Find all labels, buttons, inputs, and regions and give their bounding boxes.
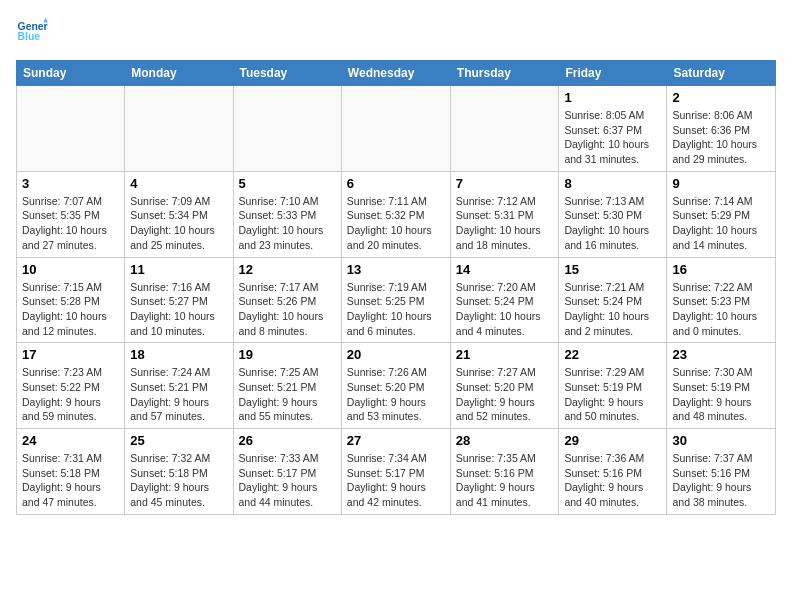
day-number: 27 [347, 433, 445, 448]
day-info: Sunrise: 7:15 AMSunset: 5:28 PMDaylight:… [22, 280, 119, 339]
day-info: Sunrise: 7:26 AMSunset: 5:20 PMDaylight:… [347, 365, 445, 424]
day-number: 28 [456, 433, 554, 448]
day-number: 3 [22, 176, 119, 191]
day-info: Sunrise: 7:30 AMSunset: 5:19 PMDaylight:… [672, 365, 770, 424]
calendar-cell: 1Sunrise: 8:05 AMSunset: 6:37 PMDaylight… [559, 86, 667, 172]
day-info: Sunrise: 7:24 AMSunset: 5:21 PMDaylight:… [130, 365, 227, 424]
day-number: 24 [22, 433, 119, 448]
weekday-header-wednesday: Wednesday [341, 61, 450, 86]
calendar-cell: 25Sunrise: 7:32 AMSunset: 5:18 PMDayligh… [125, 429, 233, 515]
calendar-cell: 21Sunrise: 7:27 AMSunset: 5:20 PMDayligh… [450, 343, 559, 429]
day-info: Sunrise: 7:35 AMSunset: 5:16 PMDaylight:… [456, 451, 554, 510]
day-number: 6 [347, 176, 445, 191]
day-number: 10 [22, 262, 119, 277]
calendar-cell [341, 86, 450, 172]
logo-icon: General Blue [16, 16, 48, 48]
day-info: Sunrise: 7:14 AMSunset: 5:29 PMDaylight:… [672, 194, 770, 253]
calendar-cell: 17Sunrise: 7:23 AMSunset: 5:22 PMDayligh… [17, 343, 125, 429]
calendar-cell: 23Sunrise: 7:30 AMSunset: 5:19 PMDayligh… [667, 343, 776, 429]
day-number: 26 [239, 433, 336, 448]
day-number: 1 [564, 90, 661, 105]
day-info: Sunrise: 7:31 AMSunset: 5:18 PMDaylight:… [22, 451, 119, 510]
day-info: Sunrise: 7:36 AMSunset: 5:16 PMDaylight:… [564, 451, 661, 510]
calendar-cell: 10Sunrise: 7:15 AMSunset: 5:28 PMDayligh… [17, 257, 125, 343]
calendar-cell: 8Sunrise: 7:13 AMSunset: 5:30 PMDaylight… [559, 171, 667, 257]
calendar-cell: 12Sunrise: 7:17 AMSunset: 5:26 PMDayligh… [233, 257, 341, 343]
calendar-cell: 13Sunrise: 7:19 AMSunset: 5:25 PMDayligh… [341, 257, 450, 343]
calendar-cell: 9Sunrise: 7:14 AMSunset: 5:29 PMDaylight… [667, 171, 776, 257]
day-info: Sunrise: 7:17 AMSunset: 5:26 PMDaylight:… [239, 280, 336, 339]
day-info: Sunrise: 7:32 AMSunset: 5:18 PMDaylight:… [130, 451, 227, 510]
calendar-cell: 28Sunrise: 7:35 AMSunset: 5:16 PMDayligh… [450, 429, 559, 515]
calendar-cell: 30Sunrise: 7:37 AMSunset: 5:16 PMDayligh… [667, 429, 776, 515]
day-info: Sunrise: 7:07 AMSunset: 5:35 PMDaylight:… [22, 194, 119, 253]
day-info: Sunrise: 7:23 AMSunset: 5:22 PMDaylight:… [22, 365, 119, 424]
day-info: Sunrise: 7:19 AMSunset: 5:25 PMDaylight:… [347, 280, 445, 339]
day-info: Sunrise: 7:10 AMSunset: 5:33 PMDaylight:… [239, 194, 336, 253]
day-info: Sunrise: 7:16 AMSunset: 5:27 PMDaylight:… [130, 280, 227, 339]
day-number: 22 [564, 347, 661, 362]
weekday-header-friday: Friday [559, 61, 667, 86]
week-row-4: 17Sunrise: 7:23 AMSunset: 5:22 PMDayligh… [17, 343, 776, 429]
weekday-header-sunday: Sunday [17, 61, 125, 86]
day-info: Sunrise: 7:09 AMSunset: 5:34 PMDaylight:… [130, 194, 227, 253]
day-number: 25 [130, 433, 227, 448]
day-number: 7 [456, 176, 554, 191]
calendar-cell: 15Sunrise: 7:21 AMSunset: 5:24 PMDayligh… [559, 257, 667, 343]
day-number: 9 [672, 176, 770, 191]
day-number: 12 [239, 262, 336, 277]
calendar-cell [233, 86, 341, 172]
day-number: 5 [239, 176, 336, 191]
calendar-cell: 5Sunrise: 7:10 AMSunset: 5:33 PMDaylight… [233, 171, 341, 257]
day-number: 13 [347, 262, 445, 277]
calendar-cell: 24Sunrise: 7:31 AMSunset: 5:18 PMDayligh… [17, 429, 125, 515]
calendar-cell: 29Sunrise: 7:36 AMSunset: 5:16 PMDayligh… [559, 429, 667, 515]
day-info: Sunrise: 7:33 AMSunset: 5:17 PMDaylight:… [239, 451, 336, 510]
day-number: 20 [347, 347, 445, 362]
day-info: Sunrise: 7:12 AMSunset: 5:31 PMDaylight:… [456, 194, 554, 253]
calendar-cell: 3Sunrise: 7:07 AMSunset: 5:35 PMDaylight… [17, 171, 125, 257]
day-number: 18 [130, 347, 227, 362]
day-info: Sunrise: 7:20 AMSunset: 5:24 PMDaylight:… [456, 280, 554, 339]
calendar-cell: 19Sunrise: 7:25 AMSunset: 5:21 PMDayligh… [233, 343, 341, 429]
day-info: Sunrise: 7:11 AMSunset: 5:32 PMDaylight:… [347, 194, 445, 253]
calendar-cell: 22Sunrise: 7:29 AMSunset: 5:19 PMDayligh… [559, 343, 667, 429]
calendar-cell: 4Sunrise: 7:09 AMSunset: 5:34 PMDaylight… [125, 171, 233, 257]
day-info: Sunrise: 7:21 AMSunset: 5:24 PMDaylight:… [564, 280, 661, 339]
weekday-header-row: SundayMondayTuesdayWednesdayThursdayFrid… [17, 61, 776, 86]
day-number: 23 [672, 347, 770, 362]
page-header: General Blue [16, 16, 776, 48]
calendar-cell: 16Sunrise: 7:22 AMSunset: 5:23 PMDayligh… [667, 257, 776, 343]
day-info: Sunrise: 7:13 AMSunset: 5:30 PMDaylight:… [564, 194, 661, 253]
day-number: 15 [564, 262, 661, 277]
calendar: SundayMondayTuesdayWednesdayThursdayFrid… [16, 60, 776, 515]
calendar-cell [450, 86, 559, 172]
day-number: 16 [672, 262, 770, 277]
weekday-header-tuesday: Tuesday [233, 61, 341, 86]
svg-marker-2 [43, 18, 48, 23]
day-number: 17 [22, 347, 119, 362]
svg-text:Blue: Blue [18, 31, 41, 42]
day-info: Sunrise: 7:29 AMSunset: 5:19 PMDaylight:… [564, 365, 661, 424]
day-info: Sunrise: 7:37 AMSunset: 5:16 PMDaylight:… [672, 451, 770, 510]
day-info: Sunrise: 8:06 AMSunset: 6:36 PMDaylight:… [672, 108, 770, 167]
calendar-cell: 26Sunrise: 7:33 AMSunset: 5:17 PMDayligh… [233, 429, 341, 515]
day-number: 30 [672, 433, 770, 448]
calendar-cell [125, 86, 233, 172]
week-row-5: 24Sunrise: 7:31 AMSunset: 5:18 PMDayligh… [17, 429, 776, 515]
day-number: 4 [130, 176, 227, 191]
calendar-cell: 20Sunrise: 7:26 AMSunset: 5:20 PMDayligh… [341, 343, 450, 429]
day-info: Sunrise: 7:27 AMSunset: 5:20 PMDaylight:… [456, 365, 554, 424]
day-number: 19 [239, 347, 336, 362]
weekday-header-monday: Monday [125, 61, 233, 86]
calendar-cell [17, 86, 125, 172]
calendar-cell: 6Sunrise: 7:11 AMSunset: 5:32 PMDaylight… [341, 171, 450, 257]
day-number: 11 [130, 262, 227, 277]
week-row-1: 1Sunrise: 8:05 AMSunset: 6:37 PMDaylight… [17, 86, 776, 172]
day-number: 2 [672, 90, 770, 105]
day-info: Sunrise: 7:22 AMSunset: 5:23 PMDaylight:… [672, 280, 770, 339]
day-number: 21 [456, 347, 554, 362]
day-info: Sunrise: 7:34 AMSunset: 5:17 PMDaylight:… [347, 451, 445, 510]
calendar-cell: 11Sunrise: 7:16 AMSunset: 5:27 PMDayligh… [125, 257, 233, 343]
day-number: 29 [564, 433, 661, 448]
